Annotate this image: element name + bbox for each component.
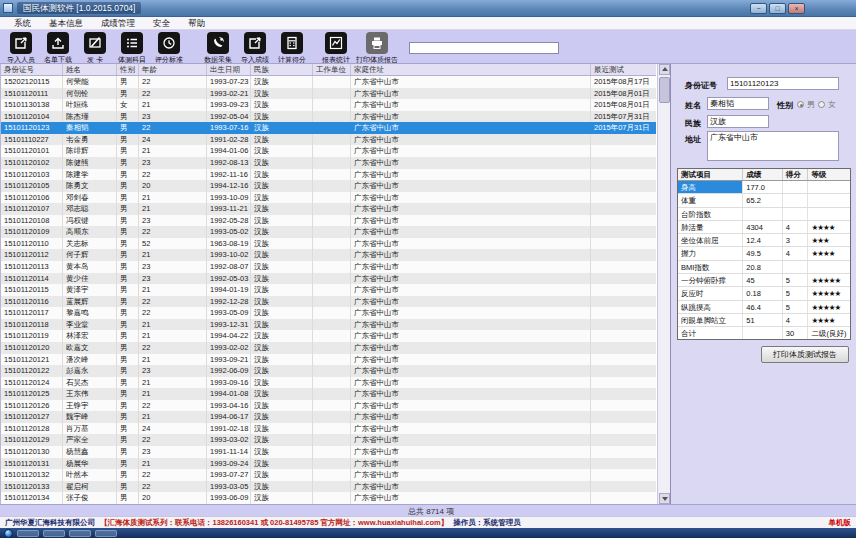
table-row[interactable]: 15101120107邓志聪男211993-11-21汉族广东省中山市 [1,203,656,215]
scroll-up-icon[interactable] [659,64,670,75]
taskbar-item[interactable] [69,530,91,537]
table-row[interactable]: 15202120115何荣能男221993-07-23汉族广东省中山市2015年… [1,76,656,88]
taskbar-item[interactable] [95,530,117,537]
scroll-thumb[interactable] [659,77,670,103]
test-row[interactable]: 肺活量43044★★★★ [678,221,850,234]
table-row[interactable]: 15101120121潘次峰男211993-09-21汉族广东省中山市 [1,354,656,366]
table-row[interactable]: 15101120116蓝展辉男221992-12-28汉族广东省中山市 [1,296,656,308]
table-row[interactable]: 15101120122彭嘉永男231992-06-09汉族广东省中山市 [1,365,656,377]
test-row[interactable]: 体重65.2 [678,194,850,207]
table-scrollbar[interactable] [657,64,670,504]
test-row[interactable]: 反应时0.185★★★★★ [678,287,850,300]
test-row[interactable]: 一分钟俯卧撑455★★★★★ [678,274,850,287]
table-row[interactable]: 15101120127魏宇峰男211994-06-17汉族广东省中山市 [1,411,656,423]
table-row[interactable]: 15101120103陈建学男221992-11-16汉族广东省中山市 [1,169,656,181]
taskbar-item[interactable] [17,530,39,537]
table-row[interactable]: 15101120133翟启柯男221993-03-05汉族广东省中山市 [1,481,656,493]
column-header[interactable]: 最近测试 [591,64,654,75]
search-input[interactable] [409,42,559,54]
table-cell [591,400,654,412]
table-row[interactable]: 15101120109高顺东男221993-05-02汉族广东省中山市 [1,226,656,238]
table-row[interactable]: 15101120117黎嘉鸣男221993-05-09汉族广东省中山市 [1,307,656,319]
address-field[interactable]: 广东省中山市 [707,131,839,161]
table-row[interactable]: 15101120110关志标男521963-08-19汉族广东省中山市 [1,238,656,250]
table-row[interactable]: 15101120125王东伟男211994-01-08汉族广东省中山市 [1,388,656,400]
table-row[interactable]: 15101120111何朝铨男221993-02-21汉族广东省中山市2015年… [1,88,656,100]
issue-card-button[interactable]: 发 卡 [78,32,112,65]
import-scores-button[interactable]: 导入成绩 [238,32,272,65]
menu-item[interactable]: 基本信息 [40,17,92,29]
gender-female-radio[interactable] [818,101,825,108]
table-row[interactable]: 15101120108冯权键男231992-05-28汉族广东省中山市 [1,215,656,227]
column-header[interactable]: 民族 [251,64,313,75]
table-row[interactable]: 15101120126王铮宇男221993-04-16汉族广东省中山市 [1,400,656,412]
test-row[interactable]: 闭眼单脚站立514★★★★ [678,314,850,327]
minimize-button[interactable]: − [750,3,767,14]
table-row[interactable]: 15101120115黄泽宇男211994-01-19汉族广东省中山市 [1,284,656,296]
test-subjects-button[interactable]: 体测科目 [115,32,149,65]
report-stats-button[interactable]: 报表统计 [319,32,353,65]
table-row[interactable]: 15101120120欧嘉文男221993-02-02汉族广东省中山市 [1,342,656,354]
table-row[interactable]: 15101120114黄少佳男231992-05-03汉族广东省中山市 [1,273,656,285]
test-row[interactable]: 握力49.54★★★★ [678,247,850,260]
print-physique-report-button[interactable]: 打印体质报告 [356,32,398,65]
column-header[interactable]: 年龄 [139,64,207,75]
menu-item[interactable]: 系统 [5,17,40,29]
print-test-report-button[interactable]: 打印体质测试报告 [761,346,849,363]
test-row[interactable]: 纵跳摸高46.45★★★★★ [678,301,850,314]
table-row[interactable]: 15101120123秦相韬男221993-07-16汉族广东省中山市2015年… [1,122,656,134]
menu-item[interactable]: 安全 [144,17,179,29]
maximize-button[interactable]: □ [769,3,786,14]
column-header[interactable]: 姓名 [63,64,117,75]
data-collection-button[interactable]: 数据采集 [201,32,235,65]
name-field[interactable]: 秦相韬 [707,97,769,110]
column-header[interactable]: 性别 [117,64,139,75]
test-row[interactable]: BMI指数20.8 [678,261,850,274]
scoring-standard-button[interactable]: 评分标准 [152,32,186,65]
table-row[interactable]: 15101120124石昊杰男211993-09-16汉族广东省中山市 [1,377,656,389]
import-person-button[interactable]: 导入人员 [4,32,38,65]
table-row[interactable]: 15101120101陈绯辉男211994-01-06汉族广东省中山市 [1,145,656,157]
table-row[interactable]: 15101120112何子辉男211993-10-02汉族广东省中山市 [1,249,656,261]
table-row[interactable]: 15101130138叶姮殊女211993-09-23汉族广东省中山市2015年… [1,99,656,111]
table-row[interactable]: 15101120104陈杰瑾男231992-05-04汉族广东省中山市2015年… [1,111,656,123]
table-row[interactable]: 15101120128肖万基男241991-02-18汉族广东省中山市 [1,423,656,435]
close-button[interactable]: × [788,3,805,14]
table-row[interactable]: 15101120132叶然本男221993-07-27汉族广东省中山市 [1,469,656,481]
table-row[interactable]: 15101120118李业堂男211993-12-31汉族广东省中山市 [1,319,656,331]
list-download-button[interactable]: 名单下载 [41,32,75,65]
test-row[interactable]: 坐位体前屈12.43★★★ [678,234,850,247]
test-row[interactable]: 身高177.0 [678,181,850,194]
id-field[interactable]: 15101120123 [727,77,839,90]
table-cell [313,284,351,296]
scroll-down-icon[interactable] [659,493,670,504]
table-row[interactable]: 15101110227韦金勇男241991-02-28汉族广东省中山市 [1,134,656,146]
gender-male-radio[interactable] [797,101,804,108]
table-row[interactable]: 15101120119林泽宏男211994-04-22汉族广东省中山市 [1,330,656,342]
table-cell: 汉族 [251,365,313,377]
calculate-score-button[interactable]: 计算得分 [275,32,309,65]
table-row[interactable]: 15101120130杨慧鑫男231991-11-14汉族广东省中山市 [1,446,656,458]
test-cell: 台阶指数 [678,208,743,220]
table-cell [591,492,654,504]
menu-item[interactable]: 帮助 [179,17,214,29]
table-cell: 1994-01-08 [207,388,251,400]
table-row[interactable]: 15101120134张子俊男201993-06-09汉族广东省中山市 [1,492,656,504]
table-row[interactable]: 15101120129严家全男221993-03-02汉族广东省中山市 [1,434,656,446]
table-row[interactable]: 15101120131杨展华男211993-09-24汉族广东省中山市 [1,458,656,470]
table-row[interactable]: 15101120102陈健熊男231992-08-13汉族广东省中山市 [1,157,656,169]
table-row[interactable]: 15101120113黄本岛男231992-08-07汉族广东省中山市 [1,261,656,273]
table-row[interactable]: 15101120105陈勇文男201994-12-16汉族广东省中山市 [1,180,656,192]
ethnic-field[interactable]: 汉族 [707,115,769,128]
table-row[interactable]: 15101120106邓剑春男211993-10-09汉族广东省中山市 [1,192,656,204]
column-header[interactable]: 出生日期 [207,64,251,75]
test-row[interactable]: 台阶指数 [678,208,850,221]
column-header[interactable]: 家庭住址 [351,64,591,75]
column-header[interactable]: 身份证号 [1,64,63,75]
menu-item[interactable]: 成绩管理 [92,17,144,29]
column-header[interactable]: 工作单位 [313,64,351,75]
taskbar-item[interactable] [43,530,65,537]
test-row[interactable]: 合计30二级(良好) [678,327,850,340]
table-cell [313,354,351,366]
start-orb-icon[interactable] [4,529,13,538]
